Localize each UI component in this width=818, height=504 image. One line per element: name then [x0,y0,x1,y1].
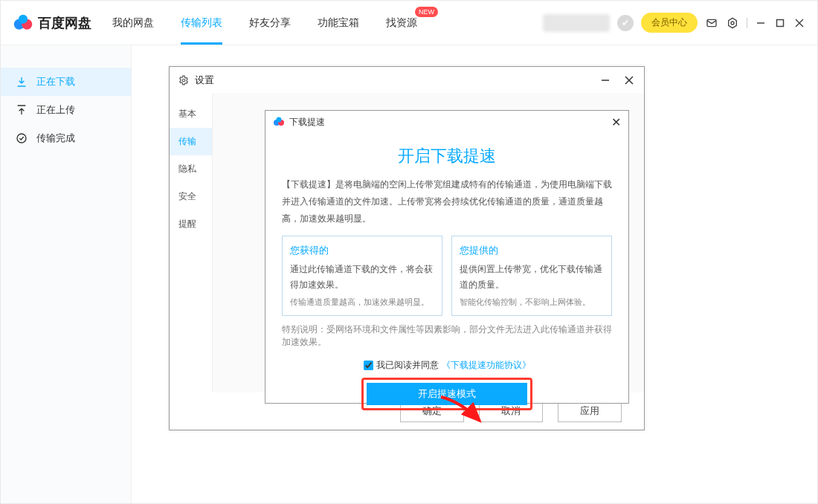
agreement-link[interactable]: 《下载提速功能协议》 [442,359,531,372]
window-close-button[interactable] [793,17,805,29]
check-circle-icon [16,132,28,144]
sidebar-item-label: 正在上传 [36,103,75,117]
agree-checkbox[interactable] [364,361,373,370]
settings-nav-remind[interactable]: 提醒 [170,210,212,238]
settings-nav: 基本 传输 隐私 安全 提醒 [170,93,213,392]
download-icon [16,76,28,88]
speed-dialog-close-button[interactable]: ✕ [611,115,621,129]
main-area: 设置 基本 传输 隐私 安全 提醒 览 [132,45,817,503]
card-you-gain: 您获得的 通过此传输通道下载的文件，将会获得加速效果。 传输通道质量越高，加速效… [282,236,442,316]
svg-point-10 [17,134,26,143]
highlight-box: 开启提速模式 [361,378,532,410]
settings-nav-basic[interactable]: 基本 [170,100,212,128]
card-foot: 传输通道质量越高，加速效果越明显。 [290,295,434,309]
card-title: 您获得的 [290,242,434,259]
settings-nav-safe[interactable]: 安全 [170,183,212,210]
settings-close-button[interactable] [623,74,635,86]
svg-point-5 [731,22,734,25]
tab-toolbox[interactable]: 功能宝箱 [318,1,359,45]
transfer-sidebar: 正在下载 正在上传 传输完成 [1,45,132,503]
header-tabs: 我的网盘 传输列表 好友分享 功能宝箱 找资源NEW [112,1,417,45]
window-minimize-button[interactable] [755,17,767,29]
sidebar-item-label: 正在下载 [36,75,75,88]
app-name: 百度网盘 [38,14,91,32]
card-body: 提供闲置上传带宽，优化下载传输通道的质量。 [460,262,604,292]
settings-title-text: 设置 [195,74,214,87]
card-you-give: 您提供的 提供闲置上传带宽，优化下载传输通道的质量。 智能化传输控制，不影响上网… [451,236,612,316]
app-logo: 百度网盘 [13,13,91,33]
agree-prefix: 我已阅读并同意 [376,359,439,372]
svg-marker-4 [729,18,737,28]
header-right: ✔ 会员中心 [543,13,805,33]
sidebar-item-done[interactable]: 传输完成 [1,124,131,152]
window-maximize-button[interactable] [774,17,786,29]
sidebar-item-uploading[interactable]: 正在上传 [1,96,131,124]
status-dot-icon[interactable]: ✔ [617,15,634,31]
speed-dialog-header-text: 下载提速 [289,116,325,129]
app-header: 百度网盘 我的网盘 传输列表 好友分享 功能宝箱 找资源NEW ✔ 会员中心 [1,1,817,45]
tab-friend-share[interactable]: 好友分享 [249,1,291,45]
card-body: 通过此传输通道下载的文件，将会获得加速效果。 [290,262,434,292]
svg-rect-7 [777,19,784,26]
sidebar-item-downloading[interactable]: 正在下载 [1,68,131,96]
agree-row: 我已阅读并同意 《下载提速功能协议》 [265,359,628,372]
settings-minimize-button[interactable] [599,74,611,86]
card-foot: 智能化传输控制，不影响上网体验。 [460,295,604,309]
svg-point-2 [19,14,28,23]
settings-nav-transfer[interactable]: 传输 [170,128,212,155]
tab-resources[interactable]: 找资源NEW [386,1,417,45]
mail-icon[interactable] [705,16,718,30]
speed-dialog-description: 【下载提速】是将电脑端的空闲上传带宽组建成特有的传输通道，为使用电脑端下载并进入… [265,176,628,236]
settings-window: 设置 基本 传输 隐私 安全 提醒 览 [169,66,645,430]
sidebar-item-label: 传输完成 [36,132,75,145]
user-avatar[interactable] [543,14,610,32]
speed-dialog-header[interactable]: 下载提速 ✕ [265,111,628,133]
start-speed-button[interactable]: 开启提速模式 [367,383,527,405]
card-title: 您提供的 [460,242,604,259]
upload-icon [16,104,28,116]
svg-point-17 [277,117,282,123]
settings-nav-privacy[interactable]: 隐私 [170,155,212,183]
tab-transfer-list[interactable]: 传输列表 [181,1,222,45]
speed-dialog-note: 特别说明：受网络环境和文件属性等因素影响，部分文件无法进入此传输通道并获得加速效… [265,316,628,349]
cloud-logo-icon [273,116,285,128]
member-center-button[interactable]: 会员中心 [641,13,698,33]
gear-icon [178,75,189,85]
svg-point-11 [182,79,185,82]
new-badge: NEW [415,7,438,17]
settings-icon[interactable] [726,16,739,30]
settings-titlebar[interactable]: 设置 [170,67,644,93]
speed-dialog-title: 开启下载提速 [265,145,628,167]
download-speed-dialog: 下载提速 ✕ 开启下载提速 【下载提速】是将电脑端的空闲上传带宽组建成特有的传输… [265,110,629,404]
tab-my-disk[interactable]: 我的网盘 [112,1,154,45]
cloud-logo-icon [13,13,33,33]
